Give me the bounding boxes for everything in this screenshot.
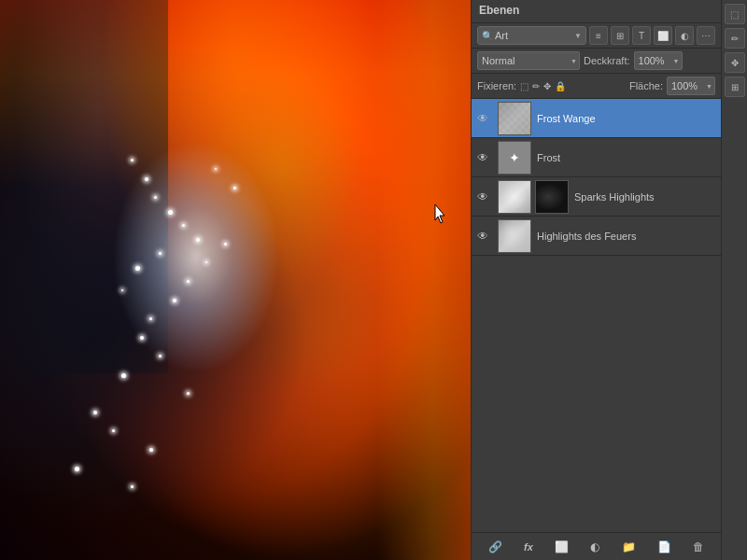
filter-button[interactable]: ≡ <box>589 26 608 45</box>
flame-right <box>377 0 471 560</box>
fix-brush-icon[interactable]: ✏ <box>532 81 540 91</box>
flache-label: Fläche: <box>629 80 663 91</box>
sparkle-10 <box>173 299 176 302</box>
layer-name: Frost Wange <box>537 113 715 124</box>
layer-name: Highlights des Feuers <box>537 231 715 242</box>
layer-thumbnail: ✦ <box>498 141 531 175</box>
side-tool-1[interactable]: ⬚ <box>725 4 745 24</box>
layer-visibility-eye[interactable]: 👁 <box>477 112 492 125</box>
layer-visibility-eye[interactable]: 👁 <box>477 230 492 243</box>
sparkle-14 <box>224 243 227 245</box>
link-icon[interactable]: 🔗 <box>486 539 504 555</box>
side-tool-2[interactable]: ✏ <box>725 28 745 49</box>
new-group-bottom-icon[interactable]: 📁 <box>620 539 638 555</box>
fix-all-icon[interactable]: 🔒 <box>555 81 566 91</box>
fixieren-row: Fixieren: ⬚ ✏ ✥ 🔒 Fläche: 100% 75% 50% <box>472 74 721 99</box>
side-tool-icon-1: ⬚ <box>730 9 739 20</box>
blend-opacity-row: Normal Multiply Screen Overlay Deckkraft… <box>472 49 721 74</box>
side-tool-icon-2: ✏ <box>731 34 739 44</box>
fixieren-label: Fixieren: <box>477 80 516 91</box>
side-tool-3[interactable]: ✥ <box>725 52 745 73</box>
mouse-cursor <box>428 203 446 226</box>
layer-item[interactable]: 👁 ✦ Frost <box>472 138 721 177</box>
adjustment-icon: ◐ <box>681 31 689 41</box>
panel-bottom-toolbar: 🔗 fx ⬜ ◐ 📁 📄 🗑 <box>472 532 721 560</box>
layer-item[interactable]: 👁 Frost Wange <box>472 99 721 138</box>
sparkle-22 <box>75 467 79 471</box>
search-icon: 🔍 <box>482 31 493 41</box>
sparkle-5 <box>182 224 185 227</box>
layer-item[interactable]: 👁 Sparks Highlights <box>472 177 721 217</box>
sparkle-8 <box>135 266 140 271</box>
layer-visibility-eye[interactable]: 👁 <box>477 151 492 164</box>
adjustment-layer-icon[interactable]: ◐ <box>588 539 601 555</box>
shape-button[interactable]: ⬜ <box>654 26 672 45</box>
layer-item[interactable]: 👁 Highlights des Feuers <box>472 217 721 256</box>
layer-visibility-eye[interactable]: 👁 <box>477 190 492 203</box>
search-dropdown-icon[interactable]: ▼ <box>574 32 582 40</box>
fix-move-icon[interactable]: ✥ <box>543 81 551 91</box>
opacity-select[interactable]: 100% 75% 50% <box>634 51 683 70</box>
sparkle-6 <box>196 238 200 242</box>
layer-thumbnail <box>498 102 531 135</box>
new-layer-icon[interactable]: 📄 <box>655 539 673 555</box>
sparkle-11 <box>149 317 152 320</box>
sparkle-3 <box>154 196 157 199</box>
opacity-wrapper[interactable]: 100% 75% 50% <box>634 51 683 70</box>
filter-icon: ≡ <box>596 31 601 41</box>
layer-name: Sparks Highlights <box>574 191 715 203</box>
text-icon: T <box>639 31 644 41</box>
opacity-label: Deckkraft: <box>584 55 630 66</box>
sparkle-25 <box>233 187 236 189</box>
blend-mode-select[interactable]: Normal Multiply Screen Overlay <box>477 51 580 70</box>
search-input[interactable] <box>495 30 574 41</box>
side-tool-icon-3: ✥ <box>731 58 739 68</box>
fx-icon[interactable]: fx <box>522 539 535 554</box>
folder-icon: ⊞ <box>616 31 624 41</box>
sparkle-23 <box>131 485 134 488</box>
layers-panel: Ebenen 🔍 ▼ ≡ ⊞ T ⬜ ◐ <box>471 0 721 560</box>
canvas-area <box>0 0 471 560</box>
panel-header: Ebenen <box>472 0 721 23</box>
sparkle-13 <box>205 261 207 263</box>
more-button[interactable]: ⋯ <box>697 26 715 45</box>
layer-thumbnail <box>498 180 531 214</box>
fix-pixels-icon[interactable]: ⬚ <box>520 81 529 91</box>
more-icon: ⋯ <box>701 31 711 41</box>
side-tool-4[interactable]: ⊞ <box>725 77 745 97</box>
layer-mask-thumbnail <box>535 180 569 214</box>
panel-title: Ebenen <box>479 4 713 21</box>
sparkle-20 <box>112 429 115 432</box>
sparkle-4 <box>168 210 173 215</box>
sparkle-16 <box>159 355 162 357</box>
flache-select[interactable]: 100% 75% 50% <box>667 77 715 95</box>
delete-layer-icon[interactable]: 🗑 <box>691 539 706 555</box>
text-button[interactable]: T <box>632 26 651 45</box>
sparkle-18 <box>187 392 190 395</box>
mask-icon[interactable]: ⬜ <box>553 539 571 555</box>
layers-list: 👁 Frost Wange 👁 ✦ Frost 👁 <box>472 99 721 532</box>
sparkle-9 <box>187 280 190 283</box>
sparkle-7 <box>159 252 162 255</box>
side-tool-icon-4: ⊞ <box>731 82 739 92</box>
search-box[interactable]: 🔍 ▼ <box>477 26 586 45</box>
blend-mode-wrapper[interactable]: Normal Multiply Screen Overlay <box>477 51 580 70</box>
sparkle-21 <box>149 448 153 452</box>
sparkle-17 <box>121 373 126 378</box>
shape-icon: ⬜ <box>657 31 669 41</box>
layer-thumbnail <box>498 219 531 253</box>
sparkle-19 <box>93 411 97 414</box>
sparkle-12 <box>121 289 123 291</box>
new-group-button[interactable]: ⊞ <box>611 26 629 45</box>
toolbar-row-1: 🔍 ▼ ≡ ⊞ T ⬜ ◐ ⋯ <box>472 23 721 49</box>
flache-wrapper[interactable]: 100% 75% 50% <box>667 77 715 95</box>
side-tools-panel: ⬚ ✏ ✥ ⊞ <box>721 0 747 560</box>
sparkle-15 <box>140 336 144 340</box>
adjustment-button[interactable]: ◐ <box>675 26 694 45</box>
layer-name: Frost <box>537 152 715 163</box>
